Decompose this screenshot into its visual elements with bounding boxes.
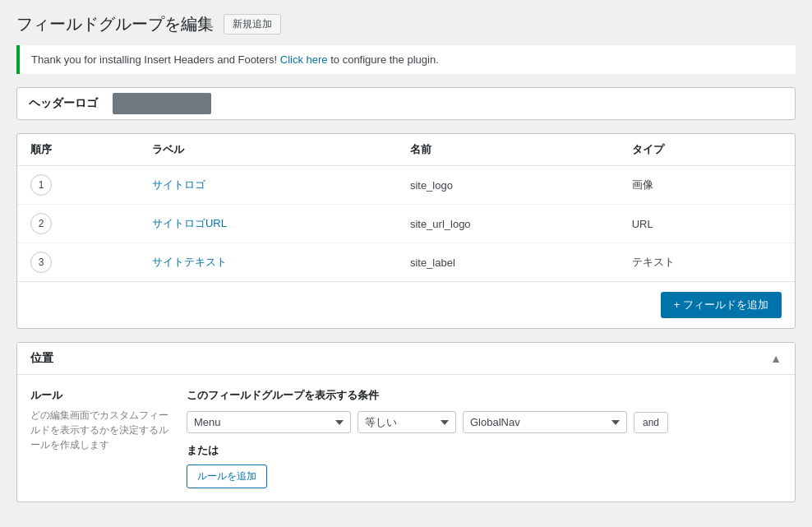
rules-title: ルール bbox=[30, 388, 170, 403]
rules-content: このフィールドグループを表示する条件 Menu 等しい GlobalNav an… bbox=[187, 388, 782, 488]
table-header-row: 順序 ラベル 名前 タイプ bbox=[17, 134, 795, 166]
notice-suffix: to configure the plugin. bbox=[330, 53, 439, 66]
field-group-title-input: ヘッダーロゴ bbox=[17, 88, 795, 119]
row-label: サイトロゴ bbox=[139, 166, 397, 205]
and-button[interactable]: and bbox=[634, 412, 668, 433]
row-type: 画像 bbox=[619, 166, 795, 205]
collapse-icon[interactable]: ▲ bbox=[770, 352, 782, 365]
select-equal[interactable]: 等しい bbox=[358, 411, 456, 433]
row-name: site_label bbox=[397, 243, 619, 282]
location-section: 位置 ▲ ルール どの編集画面でカスタムフィールドを表示するかを決定するルールを… bbox=[16, 342, 796, 502]
order-circle: 1 bbox=[30, 174, 52, 196]
field-group-title-section: ヘッダーロゴ bbox=[16, 87, 796, 120]
notice-link[interactable]: Click here bbox=[280, 53, 328, 66]
row-order: 1 bbox=[17, 166, 139, 205]
row-label: サイトロゴURL bbox=[139, 205, 397, 243]
page-header: フィールドグループを編集 新規追加 bbox=[16, 13, 796, 35]
add-field-row: + フィールドを追加 bbox=[17, 281, 795, 328]
select-menu[interactable]: Menu bbox=[187, 411, 351, 433]
row-order: 3 bbox=[17, 243, 139, 282]
table-row: 3 サイトテキスト site_label テキスト bbox=[17, 243, 795, 282]
add-rule-button[interactable]: ルールを追加 bbox=[187, 465, 267, 488]
or-label: または bbox=[187, 443, 782, 458]
location-header: 位置 ▲ bbox=[17, 343, 795, 375]
page-title: フィールドグループを編集 bbox=[16, 13, 214, 35]
row-name: site_logo bbox=[397, 166, 619, 205]
notice-bar: Thank you for installing Insert Headers … bbox=[16, 45, 796, 74]
col-name: 名前 bbox=[397, 134, 619, 166]
notice-text: Thank you for installing Insert Headers … bbox=[31, 53, 277, 66]
new-button[interactable]: 新規追加 bbox=[224, 14, 281, 35]
col-label: ラベル bbox=[139, 134, 397, 166]
location-body: ルール どの編集画面でカスタムフィールドを表示するかを決定するルールを作成します… bbox=[17, 375, 795, 502]
field-group-title-bar[interactable] bbox=[113, 93, 211, 114]
fields-table: 順序 ラベル 名前 タイプ 1 サイトロゴ site_logo 画像 2 サイト… bbox=[17, 134, 795, 281]
row-type: テキスト bbox=[619, 243, 795, 282]
row-type: URL bbox=[619, 205, 795, 243]
location-title: 位置 bbox=[30, 351, 53, 366]
rules-desc: どの編集画面でカスタムフィールドを表示するかを決定するルールを作成します bbox=[30, 408, 170, 452]
field-label-link[interactable]: サイトロゴURL bbox=[152, 217, 227, 229]
condition-label: このフィールドグループを表示する条件 bbox=[187, 388, 782, 403]
field-group-title-label: ヘッダーロゴ bbox=[17, 88, 109, 119]
field-label-link[interactable]: サイトロゴ bbox=[152, 178, 205, 191]
col-order: 順序 bbox=[17, 134, 139, 166]
field-label-link[interactable]: サイトテキスト bbox=[152, 256, 227, 268]
table-row: 2 サイトロゴURL site_url_logo URL bbox=[17, 205, 795, 243]
order-circle: 2 bbox=[30, 213, 52, 234]
add-field-button[interactable]: + フィールドを追加 bbox=[661, 292, 782, 318]
row-name: site_url_logo bbox=[397, 205, 619, 243]
row-order: 2 bbox=[17, 205, 139, 243]
rules-sidebar: ルール どの編集画面でカスタムフィールドを表示するかを決定するルールを作成します bbox=[30, 388, 187, 488]
order-circle: 3 bbox=[30, 252, 52, 273]
select-value[interactable]: GlobalNav bbox=[463, 411, 627, 433]
page-wrap: フィールドグループを編集 新規追加 Thank you for installi… bbox=[0, 0, 812, 527]
fields-section: 順序 ラベル 名前 タイプ 1 サイトロゴ site_logo 画像 2 サイト… bbox=[16, 133, 796, 329]
row-label: サイトテキスト bbox=[139, 243, 397, 282]
table-row: 1 サイトロゴ site_logo 画像 bbox=[17, 166, 795, 205]
col-type: タイプ bbox=[619, 134, 795, 166]
condition-row: Menu 等しい GlobalNav and bbox=[187, 411, 782, 433]
